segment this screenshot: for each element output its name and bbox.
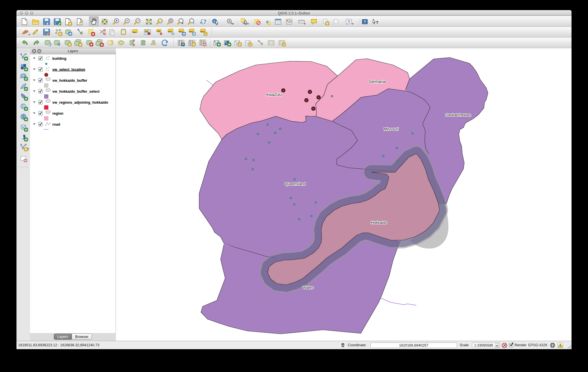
svg-text:KwaZulu: KwaZulu xyxy=(267,92,282,97)
svg-text:region: region xyxy=(52,111,63,116)
svg-text:T: T xyxy=(348,20,350,23)
svg-text:Germania: Germania xyxy=(369,79,386,84)
svg-text:Queensland: Queensland xyxy=(285,182,306,186)
svg-text:road: road xyxy=(52,122,60,127)
svg-text:vw_hokkaido_buffer_select: vw_hokkaido_buffer_select xyxy=(52,90,100,94)
svg-text:vw_select_location: vw_select_location xyxy=(52,68,85,72)
svg-text:?: ? xyxy=(376,20,378,25)
svg-text:Missouri: Missouri xyxy=(384,127,398,131)
svg-text:vw_regions_adjoining_hokkaido: vw_regions_adjoining_hokkaido xyxy=(52,101,108,105)
svg-text:ab: ab xyxy=(158,30,160,32)
svg-text:building: building xyxy=(52,57,66,61)
svg-text:ab: ab xyxy=(145,31,148,33)
svg-text:Saskatchewan: Saskatchewan xyxy=(445,113,471,117)
svg-text:Hokkaido: Hokkaido xyxy=(371,220,387,225)
svg-text:1:1: 1:1 xyxy=(136,20,139,22)
svg-text:vw_hokkaido_buffer: vw_hokkaido_buffer xyxy=(52,79,87,83)
svg-text:Wales: Wales xyxy=(303,285,313,290)
svg-text:i: i xyxy=(214,20,215,23)
